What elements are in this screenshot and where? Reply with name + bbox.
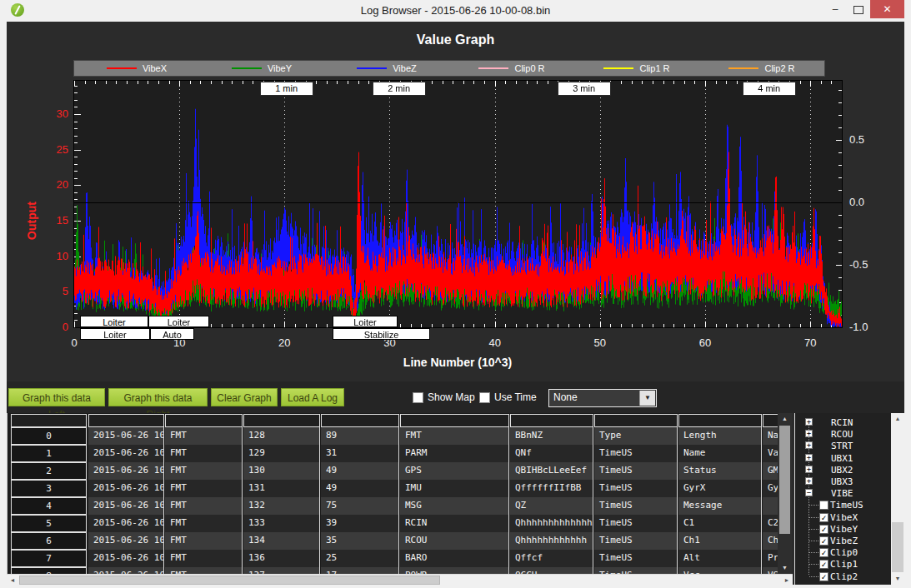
table-cell[interactable]: 2015-06-26 10:0…	[88, 550, 164, 567]
table-cell[interactable]: TimeUS	[594, 497, 678, 515]
tree-item-rcin[interactable]: RCIN	[831, 417, 853, 428]
table-cell[interactable]: FMT	[165, 480, 243, 497]
table-cell[interactable]: Ch	[763, 532, 778, 550]
table-header-cell[interactable]	[321, 414, 399, 427]
table-cell[interactable]: Gy	[763, 480, 778, 497]
table-cell[interactable]: Ch1	[678, 532, 762, 550]
row-number-cell[interactable]: 0	[11, 427, 87, 445]
scroll-down-icon[interactable]: ▼	[891, 573, 904, 585]
table-horizontal-scrollbar[interactable]: ◄ ►	[7, 574, 793, 586]
table-cell[interactable]: Name	[678, 445, 762, 462]
table-cell[interactable]: Type	[594, 427, 678, 445]
table-cell[interactable]: Qhhhhhhhhhhhhh…	[510, 515, 593, 532]
scroll-right-icon[interactable]: ►	[781, 575, 793, 586]
tree-item-clip0[interactable]: Clip0	[830, 547, 858, 558]
table-header-cell[interactable]	[11, 414, 87, 427]
row-number-cell[interactable]: 1	[11, 445, 87, 462]
maximize-button[interactable]	[847, 0, 870, 18]
scroll-up-icon[interactable]: ▲	[891, 413, 904, 425]
mode-dropdown[interactable]: None ▼	[548, 389, 657, 407]
scroll-left-icon[interactable]: ◄	[7, 575, 18, 586]
table-cell[interactable]: Pre	[763, 550, 778, 567]
table-cell[interactable]: 2015-06-26 10:0…	[88, 567, 164, 574]
vibex-checkbox[interactable]: ✓	[819, 513, 828, 522]
table-cell[interactable]: 89	[321, 427, 399, 445]
expand-icon[interactable]: +	[805, 466, 813, 473]
row-number-cell[interactable]: 5	[11, 515, 87, 532]
table-cell[interactable]: 2015-06-26 10:0…	[88, 497, 164, 515]
table-cell[interactable]: 131	[243, 480, 320, 497]
timeus-checkbox[interactable]	[819, 501, 828, 510]
table-cell[interactable]: IMU	[400, 480, 509, 497]
table-cell[interactable]: QffffffIIfBB	[510, 480, 593, 497]
table-cell[interactable]: FMT	[400, 427, 509, 445]
clip0-checkbox[interactable]: ✓	[819, 548, 828, 557]
table-cell[interactable]: 75	[321, 497, 399, 515]
table-cell[interactable]: BBnNZ	[510, 427, 593, 445]
table-cell[interactable]: FMT	[165, 445, 243, 462]
table-cell[interactable]: TimeUS	[594, 532, 678, 550]
expand-icon[interactable]: +	[805, 477, 813, 485]
expand-icon[interactable]: +	[805, 418, 813, 426]
row-number-cell[interactable]: 8	[11, 567, 87, 574]
table-cell[interactable]: FMT	[165, 462, 243, 480]
table-cell[interactable]: Na	[763, 427, 778, 445]
close-button[interactable]: ✕	[870, 0, 904, 18]
table-cell[interactable]: 31	[321, 445, 399, 462]
graph-left-button[interactable]: Graph this data Left	[8, 388, 105, 406]
table-cell[interactable]	[763, 497, 778, 515]
table-cell[interactable]: QNf	[510, 445, 593, 462]
table-cell[interactable]: 134	[243, 532, 320, 550]
table-cell[interactable]: Va	[763, 445, 778, 462]
table-cell[interactable]: 133	[243, 515, 320, 532]
table-cell[interactable]: QZ	[510, 497, 593, 515]
scroll-up-icon[interactable]: ▲	[778, 413, 792, 425]
tree-item-clip1[interactable]: Clip1	[830, 559, 858, 570]
table-cell[interactable]: 17	[321, 567, 399, 574]
table-cell[interactable]: FMT	[165, 497, 243, 515]
table-cell[interactable]: 132	[243, 497, 320, 515]
table-cell[interactable]: Length	[678, 427, 762, 445]
table-cell[interactable]: PARM	[400, 445, 509, 462]
table-cell[interactable]: GyrX	[678, 480, 762, 497]
table-cell[interactable]: TimeUS	[594, 480, 678, 497]
table-cell[interactable]: Vcc	[678, 567, 762, 574]
table-header-cell[interactable]	[88, 414, 164, 427]
row-number-cell[interactable]: 6	[11, 532, 87, 550]
table-header-cell[interactable]	[594, 414, 678, 427]
table-cell[interactable]: 136	[243, 550, 320, 567]
table-cell[interactable]: 2015-06-26 10:0…	[88, 462, 164, 480]
row-number-cell[interactable]: 4	[11, 497, 87, 515]
tree-item-clip2[interactable]: Clip2	[830, 571, 858, 582]
expand-icon[interactable]: +	[805, 441, 813, 449]
table-cell[interactable]: 128	[243, 427, 320, 445]
table-cell[interactable]: VS	[763, 567, 778, 574]
table-cell[interactable]: 49	[321, 480, 399, 497]
table-cell[interactable]: 39	[321, 515, 399, 532]
graph-right-button[interactable]: Graph this data Right	[108, 388, 208, 406]
collapse-icon[interactable]: −	[805, 489, 813, 496]
tree-item-vibe[interactable]: VIBE	[831, 488, 853, 499]
table-header-cell[interactable]	[763, 414, 778, 427]
table-cell[interactable]: 35	[321, 532, 399, 550]
table-cell[interactable]: Status	[678, 462, 762, 480]
expand-icon[interactable]: +	[805, 430, 813, 437]
table-cell[interactable]: TimeUS	[594, 462, 678, 480]
use-time-checkbox[interactable]	[479, 392, 490, 403]
tree-item-strt[interactable]: STRT	[831, 441, 853, 451]
table-cell[interactable]: 49	[321, 462, 399, 480]
table-header-cell[interactable]	[243, 414, 320, 427]
tree-item-vibez[interactable]: VibeZ	[830, 536, 858, 546]
expand-icon[interactable]: +	[805, 454, 813, 461]
table-cell[interactable]: QBIHBcLLeeEef	[510, 462, 593, 480]
table-cell[interactable]: TimeUS	[594, 515, 678, 532]
scroll-down-icon[interactable]: ▼	[778, 562, 792, 574]
vibey-checkbox[interactable]: ✓	[819, 525, 828, 534]
table-cell[interactable]: 2015-06-26 10:0…	[88, 480, 164, 497]
table-cell[interactable]: 137	[243, 567, 320, 574]
table-header-cell[interactable]	[510, 414, 593, 427]
table-cell[interactable]: FMT	[165, 515, 243, 532]
tree-item-vibex[interactable]: VibeX	[830, 512, 858, 523]
table-header-cell[interactable]	[400, 414, 509, 427]
tree-item-ubx1[interactable]: UBX1	[831, 453, 853, 464]
